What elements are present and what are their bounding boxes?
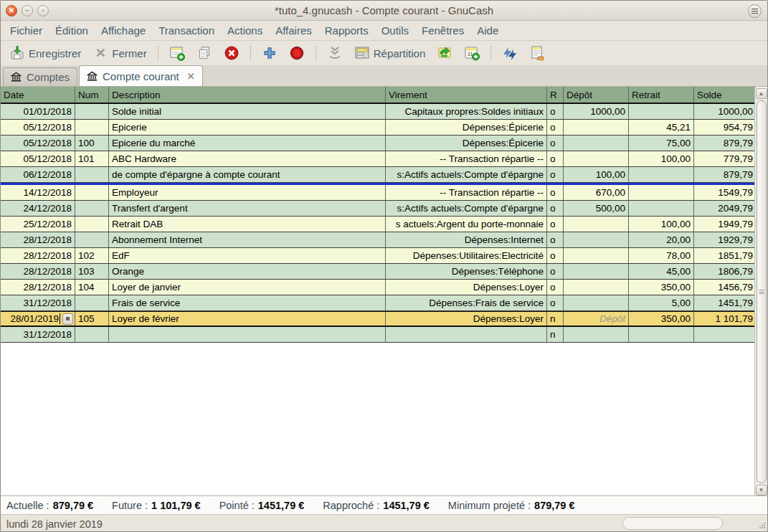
cell-transfer[interactable]: Dépenses:Épicerie xyxy=(386,136,547,151)
cancel-transaction-button[interactable] xyxy=(285,43,309,63)
open-ledger-button[interactable] xyxy=(525,43,549,63)
cell-withdrawal[interactable]: 350,00 xyxy=(629,280,694,295)
cell-deposit[interactable] xyxy=(564,327,629,342)
hamburger-menu-icon[interactable] xyxy=(748,4,762,18)
register-row[interactable]: 28/12/2018103OrangeDépenses:Téléphoneo45… xyxy=(1,264,756,280)
cell-withdrawal[interactable]: 75,00 xyxy=(629,136,694,151)
cell-transfer[interactable]: Capitaux propres:Soldes initiaux xyxy=(386,104,547,119)
cell-deposit[interactable] xyxy=(564,232,629,247)
resize-grip[interactable] xyxy=(758,520,766,531)
cell-num[interactable] xyxy=(75,120,109,135)
close-tab-button[interactable]: ✕ Fermer xyxy=(88,43,151,63)
cell-balance[interactable]: 779,79 xyxy=(694,151,756,166)
cell-deposit[interactable] xyxy=(564,151,629,166)
cell-num[interactable] xyxy=(75,295,109,310)
cell-r[interactable]: o xyxy=(547,136,564,151)
duplicate-transaction-button[interactable] xyxy=(165,43,189,63)
enter-transaction-button[interactable] xyxy=(257,43,282,63)
menu-fichier[interactable]: Fichier xyxy=(4,22,49,39)
register-row[interactable]: 31/12/2018Frais de serviceDépenses:Frais… xyxy=(1,295,756,311)
cell-num[interactable]: 100 xyxy=(75,136,109,151)
cell-date[interactable]: 05/12/2018 xyxy=(1,136,75,151)
cell-withdrawal[interactable] xyxy=(629,327,694,342)
scrollbar-thumb[interactable] xyxy=(757,100,767,483)
register-row[interactable]: 05/12/2018100Epicerie du marchéDépenses:… xyxy=(1,136,756,151)
save-button[interactable]: Enregistrer xyxy=(5,43,85,63)
window-maximize-button[interactable]: ▫ xyxy=(37,5,49,16)
window-close-button[interactable]: ✕ xyxy=(6,5,17,16)
cell-withdrawal[interactable]: 5,00 xyxy=(629,295,694,310)
register-row[interactable]: 28/12/2018104Loyer de janvierDépenses:Lo… xyxy=(1,280,756,295)
cell-withdrawal[interactable]: 45,21 xyxy=(629,120,694,135)
register-row[interactable]: 25/12/2018Retrait DABs actuels:Argent du… xyxy=(1,217,756,232)
cell-r[interactable]: n xyxy=(547,312,564,326)
column-header-depot[interactable]: Dépôt xyxy=(564,87,629,103)
cell-num[interactable] xyxy=(75,104,109,119)
cell-deposit[interactable]: 1000,00 xyxy=(564,104,629,119)
menu-outils[interactable]: Outils xyxy=(375,22,415,39)
cell-balance[interactable]: 1929,79 xyxy=(694,232,756,247)
cell-transfer[interactable] xyxy=(386,327,547,342)
cell-desc[interactable]: Epicerie du marché xyxy=(109,136,386,151)
split-button[interactable]: Répartition xyxy=(350,43,430,63)
cell-r[interactable]: o xyxy=(547,248,564,263)
column-header-date[interactable]: Date xyxy=(1,87,75,103)
cell-transfer[interactable]: -- Transaction répartie -- xyxy=(386,151,547,166)
cell-withdrawal[interactable] xyxy=(629,185,694,200)
cell-withdrawal[interactable] xyxy=(629,201,694,216)
cell-r[interactable]: o xyxy=(547,232,564,247)
cell-withdrawal[interactable]: 20,00 xyxy=(629,232,694,247)
cell-balance[interactable]: 954,79 xyxy=(694,120,756,135)
menu-aide[interactable]: Aide xyxy=(470,22,505,39)
cell-num[interactable] xyxy=(75,327,109,342)
cell-r[interactable]: o xyxy=(547,167,564,182)
cell-transfer[interactable]: Dépenses:Loyer xyxy=(386,312,547,326)
cell-desc[interactable]: ABC Hardware xyxy=(109,151,386,166)
cell-r[interactable]: o xyxy=(547,264,564,279)
column-header-num[interactable]: Num xyxy=(75,87,109,103)
cell-desc[interactable]: Epicerie xyxy=(109,120,386,135)
cell-r[interactable]: o xyxy=(547,295,564,310)
cell-balance[interactable]: 1851,79 xyxy=(694,248,756,263)
menu-edition[interactable]: Édition xyxy=(49,22,95,39)
cell-date[interactable]: 28/12/2018 xyxy=(1,280,75,295)
cell-deposit[interactable] xyxy=(564,217,629,232)
cell-deposit[interactable]: 670,00 xyxy=(564,185,629,200)
register-row[interactable]: 14/12/2018Employeur-- Transaction répart… xyxy=(1,185,756,201)
cell-num[interactable] xyxy=(75,217,109,232)
cell-deposit[interactable]: 500,00 xyxy=(564,201,629,216)
cell-date[interactable]: 24/12/2018 xyxy=(1,201,75,216)
cell-date[interactable]: 06/12/2018 xyxy=(1,167,75,182)
cell-r[interactable]: o xyxy=(547,217,564,232)
register-row[interactable]: 01/01/2018Solde initialCapitaux propres:… xyxy=(1,104,756,120)
cell-transfer[interactable]: -- Transaction répartie -- xyxy=(386,185,547,200)
cell-balance[interactable]: 2049,79 xyxy=(694,201,756,216)
cell-transfer[interactable]: Dépenses:Loyer xyxy=(386,280,547,295)
menu-fenetres[interactable]: Fenêtres xyxy=(415,22,470,39)
cell-num[interactable] xyxy=(75,232,109,247)
cell-num[interactable]: 103 xyxy=(75,264,109,279)
cell-r[interactable]: o xyxy=(547,185,564,200)
cell-desc[interactable]: Frais de service xyxy=(109,295,386,310)
cell-desc[interactable]: Abonnement Internet xyxy=(109,232,386,247)
cell-r[interactable]: o xyxy=(547,104,564,119)
cell-deposit[interactable] xyxy=(564,264,629,279)
cell-desc[interactable] xyxy=(109,327,386,342)
schedule-button[interactable]: 31 xyxy=(460,43,484,63)
register-row[interactable]: 28/12/2018102EdFDépenses:Utilitaires:Ele… xyxy=(1,248,756,264)
cell-transfer[interactable]: Dépenses:Téléphone xyxy=(386,264,547,279)
cell-num[interactable]: 104 xyxy=(75,280,109,295)
cell-withdrawal[interactable]: 100,00 xyxy=(629,217,694,232)
cell-transfer[interactable]: s:Actifs actuels:Compte d'épargne xyxy=(386,167,547,182)
cell-transfer[interactable]: Dépenses:Frais de service xyxy=(386,295,547,310)
cell-deposit[interactable] xyxy=(564,120,629,135)
cell-balance[interactable]: 1 101,79 xyxy=(694,312,756,326)
cell-balance[interactable]: 1451,79 xyxy=(694,295,756,310)
vertical-scrollbar[interactable]: ▲ ▼ xyxy=(754,87,767,496)
cell-deposit[interactable]: 100,00 xyxy=(564,167,629,182)
cell-num[interactable] xyxy=(75,201,109,216)
transfer-button[interactable] xyxy=(432,43,457,63)
cell-r[interactable]: o xyxy=(547,120,564,135)
register-row[interactable]: 24/12/2018Transfert d'argents:Actifs act… xyxy=(1,201,756,217)
cell-balance[interactable]: 1549,79 xyxy=(694,185,756,200)
